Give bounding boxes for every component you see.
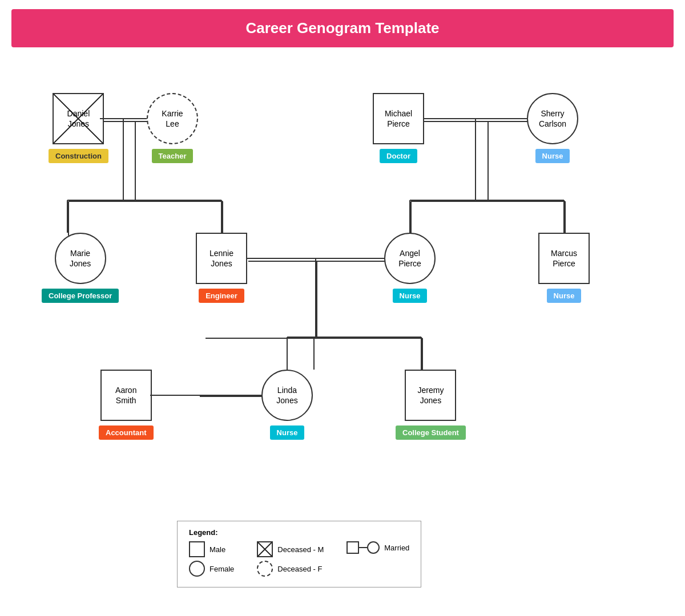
aaron-job: Accountant [99, 425, 154, 440]
legend-deceased-m-icon [257, 541, 273, 557]
aaron-shape: AaronSmith [100, 370, 152, 421]
marcus-name: MarcusPierce [551, 248, 577, 269]
legend: Legend: Male Female Deceased - M [177, 521, 421, 587]
lennie-job: Engineer [199, 289, 244, 303]
legend-deceased-m-row: Deceased - M [257, 541, 324, 557]
karrie-job: Teacher [152, 149, 194, 163]
daniel-shape: DanielJones [53, 93, 104, 144]
marie-name: MarieJones [70, 248, 91, 269]
michael-shape: MichaelPierce [373, 93, 424, 144]
person-sherry: SherryCarlson Nurse [527, 93, 578, 163]
legend-married-row: Married [346, 541, 409, 554]
legend-deceased-f-label: Deceased - F [277, 565, 322, 573]
person-lennie: LennieJones Engineer [196, 233, 247, 303]
sherry-name: SherryCarlson [539, 108, 566, 129]
legend-female-label: Female [209, 565, 234, 573]
jeremy-name: JeremyJones [418, 385, 444, 406]
person-linda: LindaJones Nurse [261, 370, 313, 440]
marie-job: College Professor [42, 289, 119, 303]
michael-job: Doctor [380, 149, 417, 163]
marcus-job: Nurse [547, 289, 582, 303]
sherry-job: Nurse [535, 149, 570, 163]
legend-married-icon [346, 541, 380, 554]
legend-married-label: Married [384, 544, 409, 552]
aaron-name: AaronSmith [115, 385, 136, 406]
jeremy-job: College Student [396, 425, 466, 440]
person-jeremy: JeremyJones College Student [396, 370, 466, 440]
daniel-name: DanielJones [67, 108, 90, 129]
legend-deceased-f-row: Deceased - F [257, 561, 324, 577]
person-angel: AngelPierce Nurse [384, 233, 436, 303]
linda-name: LindaJones [276, 385, 297, 406]
legend-male-label: Male [209, 545, 225, 554]
angel-shape: AngelPierce [384, 233, 436, 284]
angel-name: AngelPierce [398, 248, 421, 269]
angel-job: Nurse [393, 289, 428, 303]
legend-female-icon [189, 561, 205, 577]
legend-male-icon [189, 541, 205, 557]
lennie-shape: LennieJones [196, 233, 247, 284]
legend-male-row: Male [189, 541, 234, 557]
person-daniel: DanielJones Construction [49, 93, 108, 163]
karrie-shape: KarrieLee [147, 93, 198, 144]
marcus-shape: MarcusPierce [538, 233, 590, 284]
sherry-shape: SherryCarlson [527, 93, 578, 144]
legend-deceased-f-icon [257, 561, 273, 577]
linda-shape: LindaJones [261, 370, 313, 421]
diagram-area: DanielJones Construction KarrieLee Teach… [11, 47, 674, 561]
person-karrie: KarrieLee Teacher [147, 93, 198, 163]
legend-title: Legend: [189, 528, 409, 537]
karrie-name: KarrieLee [162, 108, 183, 129]
michael-name: MichaelPierce [385, 108, 412, 129]
person-aaron: AaronSmith Accountant [99, 370, 154, 440]
marie-shape: MarieJones [55, 233, 106, 284]
person-marcus: MarcusPierce Nurse [538, 233, 590, 303]
legend-deceased-m-label: Deceased - M [277, 545, 324, 554]
jeremy-shape: JeremyJones [405, 370, 456, 421]
page-title: Career Genogram Template [11, 9, 674, 47]
legend-female-row: Female [189, 561, 234, 577]
person-michael: MichaelPierce Doctor [373, 93, 424, 163]
lennie-name: LennieJones [209, 248, 233, 269]
linda-job: Nurse [270, 425, 305, 440]
daniel-job: Construction [49, 149, 108, 163]
person-marie: MarieJones College Professor [42, 233, 119, 303]
